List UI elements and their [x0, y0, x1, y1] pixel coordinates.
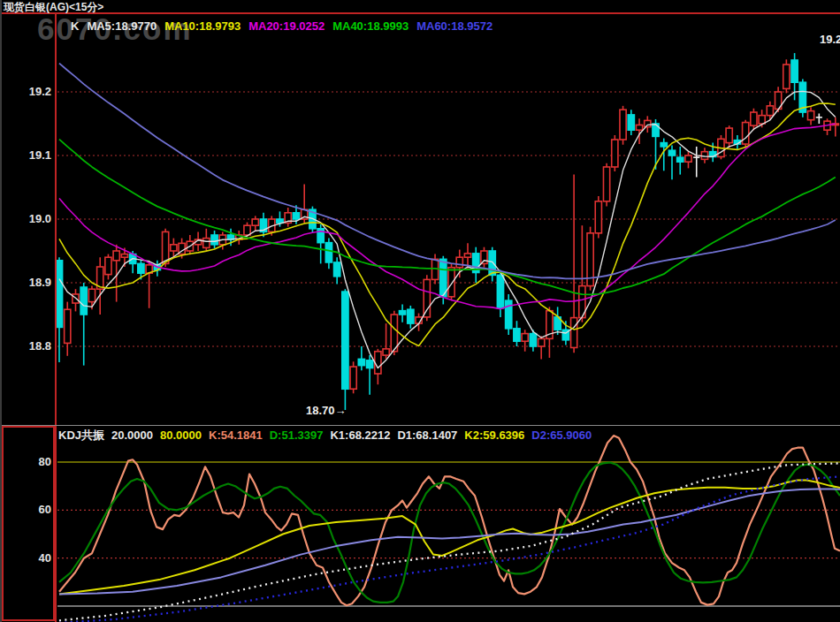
ma20-legend: MA20:19.0252 — [248, 19, 325, 33]
chart-canvas[interactable] — [0, 0, 840, 622]
kdj-d2-value: D2:65.9060 — [531, 429, 592, 442]
price-axis-label-18-8: 18.8 — [2, 339, 51, 353]
kdj-param-high: 80.0000 — [160, 429, 202, 442]
indicator-k-label: K — [71, 19, 79, 33]
window-left-border — [0, 0, 2, 622]
kdj-axis-label-60: 60 — [2, 503, 51, 516]
kdj-d1-value: D1:68.1407 — [397, 429, 457, 442]
kdj-axis-label-40: 40 — [2, 551, 51, 565]
panel-divider — [0, 425, 840, 426]
price-axis-label-19-1: 19.1 — [2, 148, 51, 162]
price-axis-label-19-0: 19.0 — [2, 212, 51, 225]
price-axis-label-18-9: 18.9 — [2, 276, 51, 289]
ma10-legend: MA10:18.9793 — [164, 19, 241, 33]
crosshair-horizontal-line — [0, 12, 840, 14]
high-price-label: 19.26 — [820, 33, 840, 46]
ma5-legend: MA5:18.9770 — [87, 19, 157, 33]
ma40-legend: MA40:18.9993 — [332, 19, 409, 33]
low-price-value: 18.70 — [306, 404, 335, 417]
kdj-k2-value: K2:59.6396 — [464, 429, 524, 442]
kdj-k1-value: K1:68.2212 — [330, 429, 390, 442]
right-arrow-icon: → — [335, 404, 347, 417]
window-title: 现货白银(AG)<15分> — [4, 0, 103, 11]
trading-app-window: 6070.com 现货白银(AG)<15分> KMA5:18.9770MA10:… — [0, 0, 840, 622]
low-price-label: 18.70→ — [306, 404, 347, 417]
kdj-legend: KDJ共振20.000080.0000K:54.1841D:51.3397K1:… — [58, 428, 599, 444]
kdj-d-value: D:51.3397 — [270, 429, 324, 442]
price-axis-label-19-2: 19.2 — [2, 85, 51, 98]
kdj-param-low: 20.0000 — [111, 429, 153, 442]
ma60-legend: MA60:18.9572 — [416, 19, 493, 33]
ma-legend: KMA5:18.9770MA10:18.9793MA20:19.0252MA40… — [71, 19, 500, 33]
kdj-axis-label-80: 80 — [2, 455, 51, 468]
kdj-k-value: K:54.1841 — [209, 429, 263, 442]
crosshair-vertical-line — [55, 12, 57, 622]
kdj-title: KDJ共振 — [58, 429, 104, 442]
